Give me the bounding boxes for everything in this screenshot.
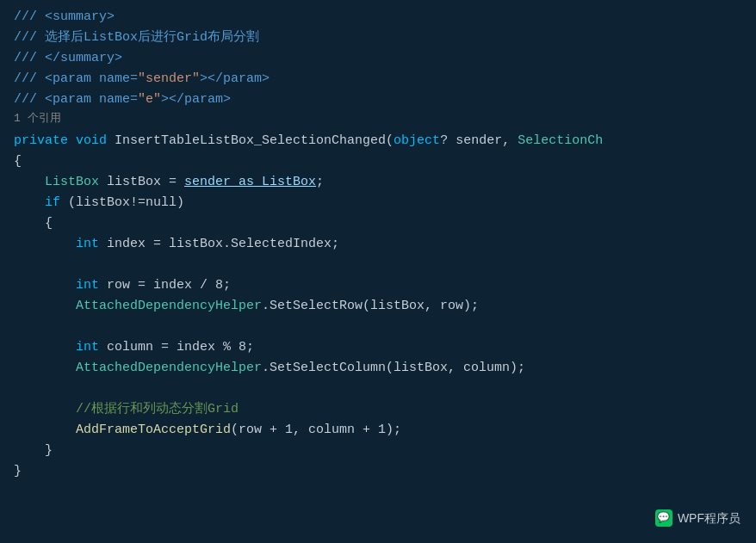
code-text: /// <param name=	[14, 69, 138, 89]
watermark-text: WPF程序员	[678, 509, 741, 528]
code-text: ></param>	[200, 69, 270, 89]
comment: //根据行和列动态分割Grid	[76, 399, 239, 420]
code-line: int column = index % 8;	[0, 337, 756, 358]
code-line: //根据行和列动态分割Grid	[0, 399, 756, 420]
keyword: int	[76, 337, 99, 358]
code-line: /// 选择后ListBox后进行Grid布局分割	[0, 28, 756, 48]
code-line: }	[0, 461, 756, 482]
keyword: void	[76, 131, 107, 151]
code-line: }	[0, 441, 756, 461]
code-line: 1 个引用	[0, 110, 756, 131]
code-line: {	[0, 151, 756, 172]
type-name: AttachedDependencyHelper	[76, 296, 262, 317]
code-line	[0, 379, 756, 399]
keyword: int	[76, 234, 99, 255]
variable: sender as ListBox	[184, 172, 316, 193]
code-line: /// <summary>	[0, 7, 756, 28]
watermark: 💬 WPF程序员	[655, 509, 741, 528]
type-name: AttachedDependencyHelper	[76, 358, 262, 379]
code-line: int index = listBox.SelectedIndex;	[0, 234, 756, 255]
code-line	[0, 317, 756, 337]
code-text: /// <param name=	[14, 89, 138, 110]
code-line: {	[0, 213, 756, 234]
method-name: AddFrameToAcceptGrid	[76, 420, 231, 441]
type-name: ListBox	[45, 172, 99, 193]
code-line	[0, 255, 756, 275]
code-line: ListBox listBox = sender as ListBox;	[0, 172, 756, 193]
keyword: if	[45, 193, 60, 213]
code-line: AddFrameToAcceptGrid(row + 1, column + 1…	[0, 420, 756, 441]
code-text: SelectionCh	[517, 131, 603, 151]
ref-count: 1 个引用	[14, 110, 61, 128]
keyword: int	[76, 275, 99, 296]
brace: {	[14, 151, 22, 172]
keyword: object	[393, 131, 440, 151]
code-line: AttachedDependencyHelper.SetSelectColumn…	[0, 358, 756, 379]
keyword: private	[14, 131, 68, 151]
code-editor: /// <summary> /// 选择后ListBox后进行Grid布局分割 …	[0, 0, 756, 543]
code-text: /// </summary>	[14, 48, 122, 69]
code-text: ></param>	[161, 89, 231, 110]
code-line: /// </summary>	[0, 48, 756, 69]
code-string: "e"	[138, 89, 161, 110]
code-text: /// 选择后ListBox后进行Grid布局分割	[14, 28, 259, 48]
code-line: int row = index / 8;	[0, 275, 756, 296]
wechat-icon: 💬	[655, 509, 672, 527]
code-text: /// <summary>	[14, 7, 115, 28]
code-line: /// <param name="sender"></param>	[0, 69, 756, 89]
code-string: "sender"	[138, 69, 200, 89]
code-line: if (listBox!=null)	[0, 193, 756, 213]
code-line: /// <param name="e"></param>	[0, 89, 756, 110]
code-line: AttachedDependencyHelper.SetSelectRow(li…	[0, 296, 756, 317]
code-line: private void InsertTableListBox_Selectio…	[0, 131, 756, 151]
